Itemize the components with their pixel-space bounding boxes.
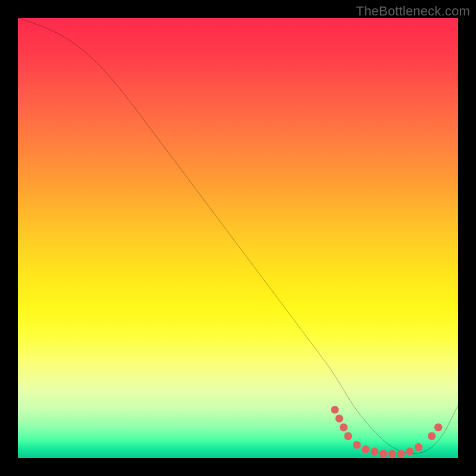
marker-dot <box>331 406 339 414</box>
marker-dot <box>371 447 378 455</box>
marker-dot <box>397 450 405 458</box>
marker-dot <box>344 432 352 440</box>
chart-frame: TheBottleneck.com <box>0 0 476 476</box>
marker-dot <box>336 415 343 422</box>
curve-layer <box>18 18 458 458</box>
marker-dot <box>353 441 361 449</box>
marker-dot <box>380 450 387 458</box>
gradient-plot-area <box>18 18 458 458</box>
marker-group <box>331 406 442 458</box>
marker-dot <box>340 424 347 431</box>
bottleneck-curve <box>18 18 458 454</box>
marker-dot <box>362 446 369 453</box>
marker-dot <box>406 447 414 455</box>
marker-dot <box>388 450 396 458</box>
watermark-text: TheBottleneck.com <box>356 4 470 19</box>
marker-dot <box>434 424 442 431</box>
marker-dot <box>415 443 422 451</box>
marker-dot <box>428 432 436 440</box>
